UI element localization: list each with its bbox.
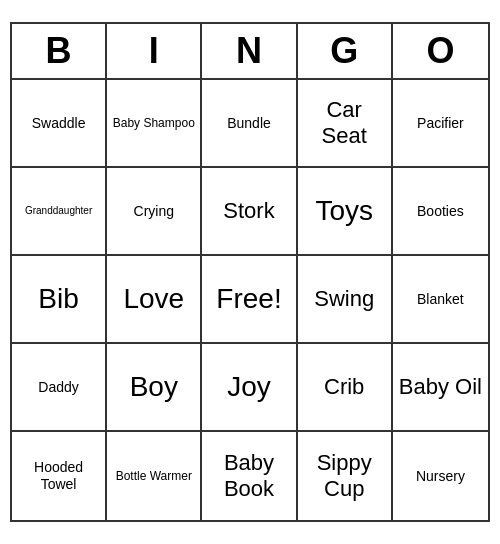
bingo-cell: Baby Book [202, 432, 297, 520]
cell-text: Baby Oil [399, 374, 482, 400]
header-letter: O [393, 24, 488, 78]
cell-text: Bundle [227, 115, 271, 132]
bingo-cell: Car Seat [298, 80, 393, 168]
bingo-cell: Sippy Cup [298, 432, 393, 520]
cell-text: Baby Shampoo [113, 116, 195, 130]
cell-text: Swing [314, 286, 374, 312]
bingo-cell: Bottle Warmer [107, 432, 202, 520]
bingo-cell: Toys [298, 168, 393, 256]
bingo-cell: Pacifier [393, 80, 488, 168]
bingo-grid: SwaddleBaby ShampooBundleCar SeatPacifie… [12, 80, 488, 520]
cell-text: Hooded Towel [16, 459, 101, 493]
cell-text: Pacifier [417, 115, 464, 132]
header-letter: G [298, 24, 393, 78]
header-letter: N [202, 24, 297, 78]
bingo-cell: Love [107, 256, 202, 344]
cell-text: Nursery [416, 468, 465, 485]
bingo-cell: Baby Shampoo [107, 80, 202, 168]
bingo-cell: Crib [298, 344, 393, 432]
cell-text: Stork [223, 198, 274, 224]
cell-text: Crib [324, 374, 364, 400]
bingo-card: BINGO SwaddleBaby ShampooBundleCar SeatP… [10, 22, 490, 522]
cell-text: Free! [216, 282, 281, 316]
bingo-cell: Bundle [202, 80, 297, 168]
bingo-cell: Granddaughter [12, 168, 107, 256]
bingo-cell: Hooded Towel [12, 432, 107, 520]
cell-text: Bib [38, 282, 78, 316]
bingo-cell: Boy [107, 344, 202, 432]
header-letter: B [12, 24, 107, 78]
bingo-cell: Swaddle [12, 80, 107, 168]
bingo-cell: Free! [202, 256, 297, 344]
bingo-cell: Booties [393, 168, 488, 256]
cell-text: Granddaughter [25, 205, 92, 217]
bingo-cell: Swing [298, 256, 393, 344]
cell-text: Baby Book [206, 450, 291, 503]
cell-text: Blanket [417, 291, 464, 308]
cell-text: Joy [227, 370, 271, 404]
cell-text: Toys [315, 194, 373, 228]
bingo-cell: Blanket [393, 256, 488, 344]
header-letter: I [107, 24, 202, 78]
cell-text: Daddy [38, 379, 78, 396]
bingo-cell: Daddy [12, 344, 107, 432]
bingo-cell: Joy [202, 344, 297, 432]
cell-text: Booties [417, 203, 464, 220]
cell-text: Bottle Warmer [116, 469, 192, 483]
bingo-cell: Stork [202, 168, 297, 256]
cell-text: Crying [134, 203, 174, 220]
cell-text: Sippy Cup [302, 450, 387, 503]
bingo-header: BINGO [12, 24, 488, 80]
bingo-cell: Crying [107, 168, 202, 256]
cell-text: Car Seat [302, 97, 387, 150]
bingo-cell: Nursery [393, 432, 488, 520]
bingo-cell: Baby Oil [393, 344, 488, 432]
cell-text: Love [123, 282, 184, 316]
cell-text: Boy [130, 370, 178, 404]
bingo-cell: Bib [12, 256, 107, 344]
cell-text: Swaddle [32, 115, 86, 132]
